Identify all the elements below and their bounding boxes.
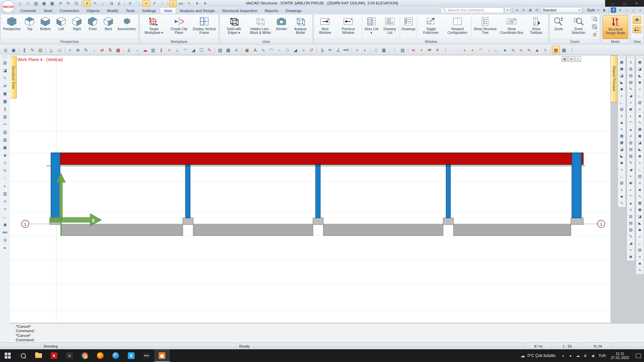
right-tool-icon[interactable]: ≡ bbox=[637, 106, 643, 112]
properties-icon[interactable]: ▤ bbox=[1, 59, 9, 66]
columns[interactable] bbox=[185, 159, 450, 218]
create-clip-plane-button[interactable]: Create Clip Plane bbox=[167, 15, 191, 39]
node-snap-icon[interactable]: ↑ bbox=[158, 0, 166, 7]
polyline-icon[interactable]: ∿ bbox=[259, 46, 267, 54]
point-snap-icon[interactable]: ↗ bbox=[150, 0, 158, 7]
light-bulb-icon[interactable]: ● bbox=[461, 46, 469, 54]
drawing-list-button[interactable]: Drawing List bbox=[380, 15, 399, 39]
back-button[interactable]: Back bbox=[101, 15, 116, 39]
right-tool-icon[interactable]: ▣ bbox=[637, 59, 643, 65]
fillet-icon[interactable]: ◠ bbox=[181, 46, 189, 54]
right-tool-icon[interactable]: ≡ bbox=[619, 186, 625, 193]
select-poly-icon[interactable]: ▨ bbox=[216, 46, 224, 54]
zoom-window-icon[interactable]: ◎ bbox=[2, 46, 9, 54]
right-tool-icon[interactable]: ▧ bbox=[637, 173, 643, 179]
calculator-icon[interactable]: ▦ bbox=[224, 46, 232, 54]
qat-dropdown-icon[interactable]: ▾ bbox=[193, 0, 201, 7]
right-tool-icon[interactable]: ◢ bbox=[628, 93, 634, 99]
eraser-icon[interactable]: ◐ bbox=[1, 182, 9, 190]
right-tool-icon[interactable]: ▤ bbox=[628, 220, 634, 226]
clock[interactable]: 11:11 27.01.2022 bbox=[608, 352, 632, 360]
save-all-icon[interactable]: ▦ bbox=[48, 0, 56, 7]
pushpin-icon[interactable]: ↓ bbox=[485, 46, 493, 54]
tab-analysis-and-design[interactable]: Analysis and Design bbox=[176, 8, 218, 13]
layer-grid-icon[interactable]: ▦ bbox=[380, 46, 388, 54]
right-tool-icon[interactable]: ▧ bbox=[619, 106, 625, 112]
export-up-icon[interactable]: ↑ bbox=[391, 46, 398, 54]
pan-button[interactable] bbox=[591, 31, 599, 38]
path-snap-lock-icon[interactable]: ⋱ bbox=[134, 0, 142, 7]
solid-with-edges-button[interactable]: Solid with Edges ▾ bbox=[221, 15, 247, 39]
right-tool-icon[interactable]: + bbox=[619, 166, 625, 173]
tab-drawings[interactable]: Drawings bbox=[282, 8, 305, 13]
taskbar-firefox-icon[interactable] bbox=[93, 349, 108, 362]
right-tool-icon[interactable]: ✎ bbox=[628, 86, 634, 92]
offset-icon[interactable]: ↺ bbox=[308, 46, 315, 54]
toggle-v-button[interactable]: ✓ bbox=[575, 56, 581, 62]
move-copy-icon[interactable]: ⊕ bbox=[74, 46, 82, 54]
intersect-icon[interactable]: × bbox=[1, 205, 9, 213]
roof-beam[interactable] bbox=[52, 153, 583, 165]
taskbar-edge-icon[interactable] bbox=[108, 349, 123, 362]
right-tool-icon[interactable]: ∿ bbox=[619, 126, 625, 132]
table-select-icon[interactable]: ▦ bbox=[1, 98, 9, 105]
quick-analysis-icon[interactable]: ϟ bbox=[541, 46, 549, 54]
right-tool-icon[interactable]: ◣ bbox=[619, 153, 625, 159]
story-list-button[interactable]: Story List ▾ bbox=[363, 15, 380, 39]
right-tool-icon[interactable]: × bbox=[628, 247, 634, 253]
target-workplane-button[interactable]: Target Workplane ▾ bbox=[141, 15, 167, 39]
chart-r-icon[interactable]: R bbox=[434, 46, 441, 54]
join-icon[interactable]: ⊥ bbox=[173, 46, 181, 54]
clipboard-icon[interactable]: ▣ bbox=[1, 144, 9, 151]
solid-fill-icon[interactable]: ◢ bbox=[291, 46, 299, 54]
right-tool-icon[interactable]: ▤ bbox=[628, 146, 634, 153]
right-tool-icon[interactable]: ▥ bbox=[628, 139, 634, 146]
copy-icon[interactable]: ▥ bbox=[1, 128, 9, 136]
unlock-icon[interactable]: ⊓ bbox=[534, 7, 540, 13]
right-tool-icon[interactable]: ◢ bbox=[628, 166, 634, 173]
right-tool-icon[interactable]: ∿ bbox=[637, 193, 643, 199]
taskbar-terminal-icon[interactable]: ≡ bbox=[62, 349, 77, 362]
right-tool-icon[interactable]: ▥ bbox=[628, 66, 634, 72]
perpendicular-snap-icon[interactable]: ∟ bbox=[99, 0, 107, 7]
right-tool-icon[interactable]: ∟ bbox=[619, 173, 625, 179]
layer-new-icon[interactable]: □ bbox=[372, 46, 380, 54]
strip-handle-icon[interactable]: ▸ bbox=[1, 244, 9, 251]
drawings-button[interactable]: Drawings bbox=[401, 15, 416, 39]
rotate-icon[interactable]: ↻ bbox=[82, 46, 90, 54]
right-tool-icon[interactable]: ◪ bbox=[619, 72, 625, 79]
auto-snap-icon[interactable]: A/s bbox=[177, 0, 185, 7]
elevation-snap-icon[interactable]: ↕ bbox=[169, 0, 177, 7]
right-tool-icon[interactable]: ◠ bbox=[628, 119, 634, 126]
spline-icon[interactable]: ≈ bbox=[300, 46, 307, 54]
status-units[interactable]: tf / m bbox=[525, 343, 552, 350]
tab-objects[interactable]: Objects bbox=[83, 8, 103, 13]
right-tool-icon[interactable]: ■ bbox=[637, 186, 643, 193]
right-tool-icon[interactable]: ◐ bbox=[628, 186, 634, 193]
right-tool-icon[interactable]: ▣ bbox=[619, 139, 625, 146]
home-icon[interactable]: ⌂ bbox=[16, 0, 24, 7]
region-icon[interactable]: □ bbox=[283, 46, 291, 54]
right-tool-icon[interactable]: ▣ bbox=[619, 66, 625, 72]
left-button[interactable]: Left bbox=[53, 15, 69, 39]
perspective-button[interactable]: Perspective bbox=[2, 15, 21, 39]
show-coordinate-box-button[interactable]: xyShow Coordinate Box bbox=[498, 15, 525, 39]
toggle-n-button[interactable]: N bbox=[568, 56, 574, 62]
right-tool-icon[interactable]: ■ bbox=[637, 260, 643, 266]
taskbar-idecad-icon[interactable]: ▦ bbox=[154, 349, 170, 362]
right-tool-icon[interactable]: ▨ bbox=[628, 227, 634, 233]
mdi-minimize-button[interactable]: – bbox=[624, 7, 630, 13]
right-tool-icon[interactable]: ■ bbox=[637, 113, 643, 119]
tab-reports[interactable]: Reports bbox=[261, 8, 282, 13]
toolbar-grip[interactable] bbox=[629, 56, 633, 58]
ungroup-icon[interactable]: ◇ bbox=[1, 159, 9, 167]
zoom-selection-button[interactable]: Zoom Selection bbox=[567, 15, 590, 39]
style-select[interactable]: Style ▾ bbox=[586, 7, 600, 13]
measure-icon[interactable]: ∦ bbox=[20, 46, 28, 54]
note-icon[interactable]: ▤ bbox=[37, 46, 44, 54]
compass-icon[interactable]: △ bbox=[47, 46, 55, 54]
next-window-button[interactable]: Next Window bbox=[315, 15, 335, 39]
select-cursor-icon[interactable]: ↖ bbox=[91, 0, 99, 7]
taskbar-adobe-reader-icon[interactable]: A bbox=[46, 349, 62, 362]
qat-collapse-icon[interactable]: ▾ bbox=[201, 0, 209, 7]
